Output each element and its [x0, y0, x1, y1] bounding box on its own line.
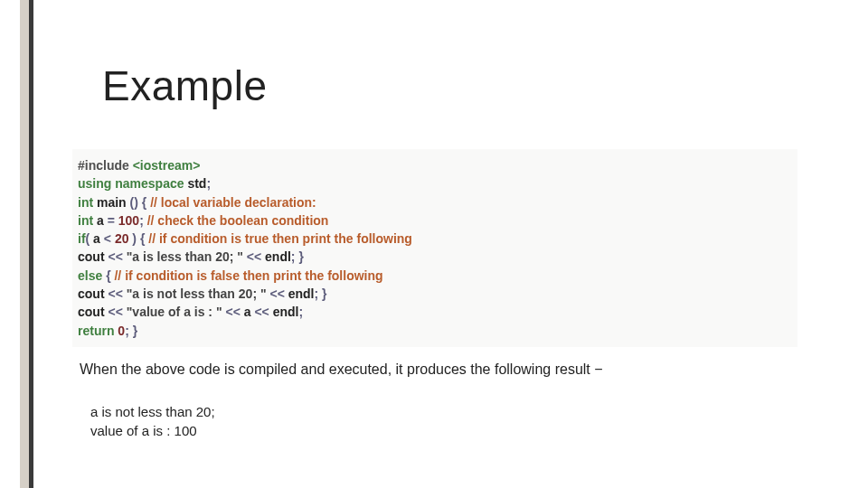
slide-title: Example [102, 61, 267, 110]
result-intro-text: When the above code is compiled and exec… [80, 361, 603, 378]
code-line: int main () { // local variable declarat… [78, 193, 792, 211]
code-line: using namespace std; [78, 174, 792, 192]
code-line: if( a < 20 ) { // if condition is true t… [78, 230, 792, 248]
code-block: #include <iostream> using namespace std;… [72, 149, 797, 347]
code-line: cout << "a is less than 20; " << endl; } [78, 248, 792, 266]
left-stripe-dark [29, 0, 33, 488]
code-line: cout << "value of a is : " << a << endl; [78, 303, 792, 321]
code-line: return 0; } [78, 322, 792, 340]
code-line: #include <iostream> [78, 156, 792, 174]
output-line: value of a is : 100 [90, 421, 215, 440]
left-stripe-light [20, 0, 29, 488]
output-line: a is not less than 20; [90, 402, 215, 421]
output-block: a is not less than 20; value of a is : 1… [90, 402, 215, 440]
slide: Example #include <iostream> using namesp… [0, 0, 868, 488]
code-line: int a = 100; // check the boolean condit… [78, 211, 792, 230]
code-line: cout << "a is not less than 20; " << end… [78, 285, 792, 303]
code-line: else { // if condition is false then pri… [78, 267, 792, 285]
